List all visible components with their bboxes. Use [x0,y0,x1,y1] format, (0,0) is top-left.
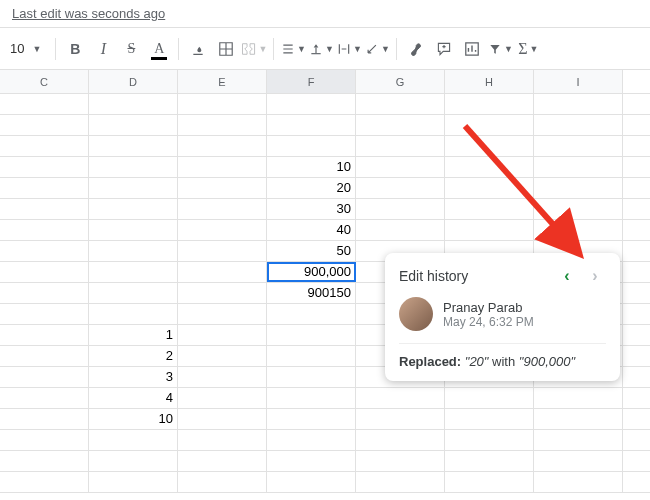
cell[interactable]: 2 [89,346,178,366]
last-edit-status[interactable]: Last edit was seconds ago [0,0,650,28]
cell[interactable] [267,472,356,492]
cell[interactable] [178,178,267,198]
column-header[interactable]: I [534,70,623,93]
cell[interactable] [0,94,89,114]
cell[interactable] [445,178,534,198]
cell[interactable] [267,409,356,429]
cell[interactable] [267,325,356,345]
cell[interactable] [0,409,89,429]
cell[interactable] [534,115,623,135]
cell[interactable] [534,199,623,219]
cell[interactable] [534,451,623,471]
cell[interactable]: 30 [267,199,356,219]
text-color-button[interactable]: A [146,36,172,62]
cell[interactable] [178,241,267,261]
cell[interactable] [267,388,356,408]
cell[interactable] [0,220,89,240]
cell[interactable] [534,388,623,408]
cell[interactable] [178,94,267,114]
cell[interactable] [356,451,445,471]
cell[interactable] [445,220,534,240]
cell[interactable] [0,115,89,135]
cell[interactable] [0,346,89,366]
cell[interactable] [267,304,356,324]
bold-button[interactable]: B [62,36,88,62]
cell[interactable] [445,430,534,450]
cell[interactable] [267,430,356,450]
cell[interactable] [0,430,89,450]
cell[interactable] [534,409,623,429]
cell[interactable] [0,283,89,303]
column-header[interactable]: C [0,70,89,93]
cell[interactable] [445,94,534,114]
cell[interactable] [89,304,178,324]
cell[interactable] [356,430,445,450]
merge-cells-button[interactable]: ▼ [241,36,267,62]
cell[interactable] [267,346,356,366]
fill-color-button[interactable] [185,36,211,62]
cell[interactable] [534,430,623,450]
cell[interactable] [89,178,178,198]
cell[interactable] [445,157,534,177]
cell[interactable] [89,199,178,219]
cell[interactable] [534,472,623,492]
cell[interactable] [178,136,267,156]
cell[interactable]: 40 [267,220,356,240]
cell[interactable]: 50 [267,241,356,261]
cell[interactable] [0,199,89,219]
cell[interactable] [534,157,623,177]
cell[interactable] [0,325,89,345]
cell[interactable] [356,220,445,240]
cell[interactable] [356,409,445,429]
cell[interactable] [356,199,445,219]
cell[interactable] [178,199,267,219]
cell[interactable] [445,136,534,156]
cell[interactable] [445,472,534,492]
cell[interactable] [267,94,356,114]
cell[interactable] [89,241,178,261]
cell[interactable] [356,157,445,177]
prev-edit-button[interactable]: ‹ [556,265,578,287]
text-rotate-button[interactable]: ▼ [364,36,390,62]
cell[interactable] [267,115,356,135]
cell[interactable] [267,136,356,156]
cell[interactable] [178,115,267,135]
cell[interactable] [356,115,445,135]
text-wrap-button[interactable]: ▼ [336,36,362,62]
cell[interactable] [178,430,267,450]
cell[interactable]: 10 [89,409,178,429]
cell[interactable] [89,283,178,303]
cell[interactable]: 10 [267,157,356,177]
cell[interactable]: 3 [89,367,178,387]
column-header[interactable]: H [445,70,534,93]
vertical-align-button[interactable]: ▼ [308,36,334,62]
font-size-select[interactable]: 10 ▼ [6,36,49,62]
cell[interactable] [445,409,534,429]
insert-link-button[interactable] [403,36,429,62]
insert-comment-button[interactable] [431,36,457,62]
cell[interactable] [445,388,534,408]
filter-button[interactable]: ▼ [487,36,513,62]
cell[interactable] [178,325,267,345]
cell[interactable] [445,115,534,135]
column-header[interactable]: G [356,70,445,93]
cell[interactable] [178,367,267,387]
cell[interactable] [0,388,89,408]
cell[interactable] [356,178,445,198]
cell[interactable] [178,283,267,303]
cell[interactable] [0,157,89,177]
column-header[interactable]: F [267,70,356,93]
cell[interactable]: 20 [267,178,356,198]
cell[interactable] [0,136,89,156]
cell[interactable] [89,136,178,156]
cell[interactable]: 900150 [267,283,356,303]
cell[interactable] [445,199,534,219]
cell[interactable] [267,451,356,471]
cell[interactable] [0,472,89,492]
cell[interactable] [0,241,89,261]
cell[interactable] [89,430,178,450]
cell[interactable] [0,451,89,471]
insert-chart-button[interactable] [459,36,485,62]
cell[interactable] [0,262,89,282]
cell[interactable] [267,367,356,387]
